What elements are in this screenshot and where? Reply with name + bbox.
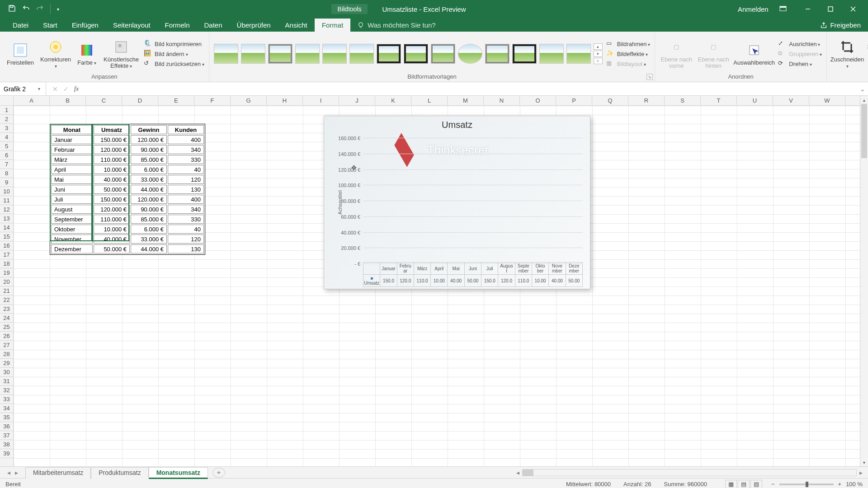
tab-seitenlayout[interactable]: Seitenlayout	[106, 19, 158, 32]
scroll-up-icon[interactable]: ▴	[860, 96, 868, 104]
table-row[interactable]: November40.000 €33.000 €120	[51, 235, 204, 244]
row-header-16[interactable]: 16	[0, 241, 13, 250]
col-header-Q[interactable]: Q	[592, 96, 628, 105]
table-row[interactable]: März110.000 €85.000 €330	[51, 155, 204, 164]
row-header-30[interactable]: 30	[0, 368, 13, 377]
signin-link[interactable]: Anmelden	[738, 5, 769, 13]
select-all-corner[interactable]	[0, 96, 14, 105]
row-header-35[interactable]: 35	[0, 413, 13, 422]
tab-überprüfen[interactable]: Überprüfen	[230, 19, 278, 32]
col-header-T[interactable]: T	[701, 96, 737, 105]
view-page-break-icon[interactable]: ▧	[750, 480, 762, 488]
bild-komprimieren-button[interactable]: 🗜️Bild komprimieren	[144, 40, 204, 48]
name-box-input[interactable]	[4, 85, 35, 93]
col-header-C[interactable]: C	[86, 96, 122, 105]
zoom-out-icon[interactable]: −	[771, 481, 775, 488]
save-icon[interactable]	[8, 5, 16, 14]
col-header-W[interactable]: W	[809, 96, 845, 105]
col-header-N[interactable]: N	[484, 96, 520, 105]
row-header-6[interactable]: 6	[0, 151, 13, 160]
gallery-down-icon[interactable]: ▾	[594, 51, 603, 57]
minimize-button[interactable]	[797, 0, 818, 18]
row-header-32[interactable]: 32	[0, 386, 13, 395]
row-header-14[interactable]: 14	[0, 223, 13, 232]
col-header-K[interactable]: K	[375, 96, 411, 105]
table-header[interactable]: Kunden	[168, 125, 204, 134]
bildeffekte-button[interactable]: ✨Bildeffekte	[606, 50, 651, 58]
table-row[interactable]: Juni50.000 €44.000 €130	[51, 185, 204, 194]
auswahlbereich-button[interactable]: Auswahlbereich	[734, 42, 774, 66]
sheet-nav-last-icon[interactable]: ▸	[15, 469, 18, 476]
table-row[interactable]: September110.000 €85.000 €330	[51, 215, 204, 224]
row-header-31[interactable]: 31	[0, 377, 13, 386]
gallery-up-icon[interactable]: ▴	[594, 43, 603, 50]
row-header-2[interactable]: 2	[0, 115, 13, 124]
redo-icon[interactable]	[36, 5, 44, 14]
table-row[interactable]: Dezember50.000 €44.000 €130	[51, 244, 204, 253]
zoom-in-icon[interactable]: +	[838, 481, 842, 488]
drehen-button[interactable]: ⟳Drehen	[778, 60, 822, 68]
maximize-button[interactable]	[820, 0, 841, 18]
bild-aendern-button[interactable]: 🖼️Bild ändern	[144, 50, 204, 58]
farbe-button[interactable]: Farbe	[75, 42, 99, 66]
col-header-I[interactable]: I	[303, 96, 339, 105]
row-header-18[interactable]: 18	[0, 259, 13, 268]
col-header-L[interactable]: L	[411, 96, 448, 105]
tab-datei[interactable]: Datei	[5, 19, 36, 32]
sheet-tab-mitarbeiterumsatz[interactable]: Mitarbeiterumsatz	[25, 467, 91, 479]
row-header-7[interactable]: 7	[0, 160, 13, 169]
table-row[interactable]: April10.000 €6.000 €40	[51, 165, 204, 174]
vertical-scrollbar[interactable]: ▴ ▾	[860, 96, 868, 466]
col-header-P[interactable]: P	[556, 96, 592, 105]
worksheet-grid[interactable]: ABCDEFGHIJKLMNOPQRSTUVW 1234567891011121…	[0, 96, 868, 466]
sheet-tab-produktumsatz[interactable]: Produktumsatz	[91, 467, 148, 479]
fx-icon[interactable]: fx	[74, 85, 79, 93]
korrekturen-button[interactable]: Korrekturen	[40, 38, 71, 70]
horizontal-scrollbar[interactable]	[522, 469, 857, 476]
row-header-17[interactable]: 17	[0, 250, 13, 259]
kunst-effekte-button[interactable]: Künstlerische Effekte	[102, 38, 140, 70]
row-header-25[interactable]: 25	[0, 323, 13, 332]
tab-ansicht[interactable]: Ansicht	[278, 19, 315, 32]
row-header-26[interactable]: 26	[0, 332, 13, 341]
row-header-20[interactable]: 20	[0, 277, 13, 286]
row-header-15[interactable]: 15	[0, 232, 13, 241]
row-header-36[interactable]: 36	[0, 422, 13, 431]
expand-formula-bar-icon[interactable]: ⌄	[857, 85, 868, 93]
picture-styles-gallery[interactable]: ▴▾▿	[214, 43, 603, 64]
row-header-4[interactable]: 4	[0, 133, 13, 142]
col-header-S[interactable]: S	[665, 96, 701, 105]
freistellen-button[interactable]: Freistellen	[5, 42, 36, 66]
table-header[interactable]: Umsatz	[94, 125, 130, 134]
row-header-1[interactable]: 1	[0, 106, 13, 115]
row-header-12[interactable]: 12	[0, 205, 13, 214]
new-sheet-button[interactable]: ＋	[212, 468, 225, 478]
dialog-launcher-formatvorlagen[interactable]: ↘	[646, 74, 653, 80]
tab-start[interactable]: Start	[36, 19, 65, 32]
scroll-down-icon[interactable]: ▾	[860, 458, 868, 466]
data-table[interactable]: MonatUmsatzGewinnKunden Januar150.000 €1…	[50, 124, 205, 255]
row-header-38[interactable]: 38	[0, 440, 13, 449]
table-header[interactable]: Gewinn	[131, 125, 167, 134]
gallery-more-icon[interactable]: ▿	[594, 58, 603, 64]
col-header-O[interactable]: O	[520, 96, 556, 105]
undo-icon[interactable]	[22, 5, 30, 14]
zoom-slider[interactable]	[779, 483, 834, 485]
row-header-8[interactable]: 8	[0, 169, 13, 178]
row-header-27[interactable]: 27	[0, 341, 13, 350]
scroll-thumb[interactable]	[861, 104, 867, 158]
tab-daten[interactable]: Daten	[197, 19, 230, 32]
row-header-3[interactable]: 3	[0, 124, 13, 133]
hscroll-left-icon[interactable]: ◂	[514, 469, 522, 476]
share-button[interactable]: Freigeben	[813, 19, 868, 32]
col-header-F[interactable]: F	[194, 96, 231, 105]
bild-zuruecksetzen-button[interactable]: ↺Bild zurücksetzen	[144, 60, 204, 68]
row-header-11[interactable]: 11	[0, 196, 13, 205]
col-header-U[interactable]: U	[737, 96, 773, 105]
col-header-G[interactable]: G	[231, 96, 267, 105]
tab-einfügen[interactable]: Einfügen	[65, 19, 106, 32]
name-box[interactable]: ▾	[0, 82, 46, 95]
table-header[interactable]: Monat	[51, 125, 93, 134]
col-header-R[interactable]: R	[628, 96, 665, 105]
chart-umsatz[interactable]: Umsatz Achsentitel Thinksecret ✥ 160.000…	[324, 116, 590, 289]
